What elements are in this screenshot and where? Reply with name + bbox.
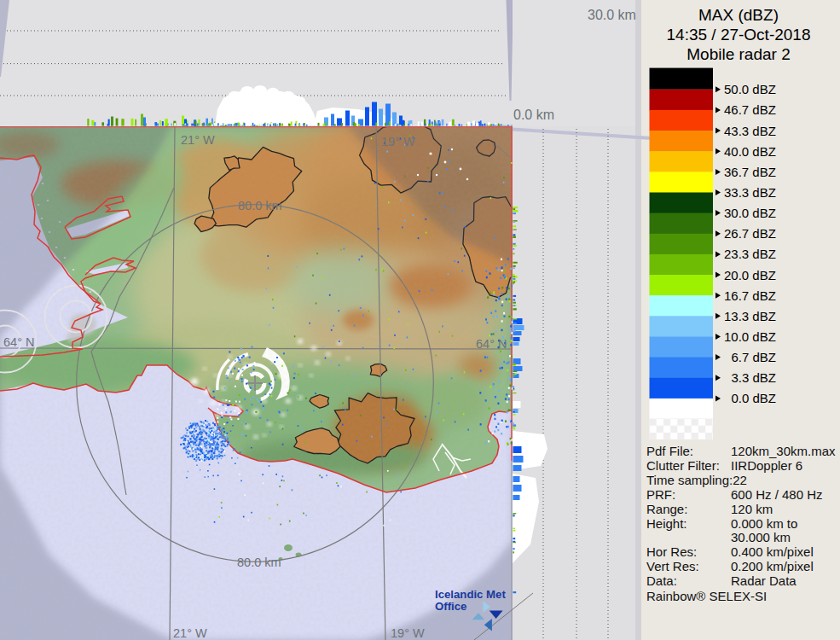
svg-text:Pdf File:: Pdf File: — [646, 444, 693, 458]
svg-text:Icelandic Met: Icelandic Met — [435, 588, 506, 601]
svg-text:120 km: 120 km — [731, 502, 773, 516]
svg-text:30.0 km: 30.0 km — [588, 8, 636, 22]
svg-text:21° W: 21° W — [173, 626, 207, 640]
svg-text:20.0 dBZ: 20.0 dBZ — [724, 268, 776, 282]
svg-text:46.7 dBZ: 46.7 dBZ — [724, 102, 776, 117]
svg-text:30.0 dBZ: 30.0 dBZ — [724, 206, 776, 220]
svg-text:19° W: 19° W — [391, 626, 425, 640]
svg-text:14:35 / 27-Oct-2018: 14:35 / 27-Oct-2018 — [667, 26, 811, 44]
svg-text:0.000 km to: 0.000 km to — [731, 516, 797, 531]
svg-text:40.0 dBZ: 40.0 dBZ — [724, 144, 776, 159]
svg-text:0.400 km/pixel: 0.400 km/pixel — [731, 544, 814, 559]
svg-text:IIRDoppler 6: IIRDoppler 6 — [731, 458, 802, 473]
svg-text:3.3 dBZ: 3.3 dBZ — [731, 370, 776, 385]
svg-text:600 Hz / 480 Hz: 600 Hz / 480 Hz — [731, 487, 823, 502]
svg-text:PRF:: PRF: — [646, 487, 675, 502]
svg-text:0.200 km/pixel: 0.200 km/pixel — [731, 559, 814, 573]
svg-text:Data:: Data: — [646, 573, 677, 588]
svg-text:Rainbow® SELEX-SI: Rainbow® SELEX-SI — [646, 589, 767, 603]
svg-text:Time sampling:22: Time sampling:22 — [646, 473, 747, 487]
svg-text:0.0 km: 0.0 km — [513, 108, 554, 122]
svg-text:Mobile radar 2: Mobile radar 2 — [686, 45, 790, 63]
svg-text:64° N: 64° N — [476, 337, 507, 351]
svg-text:19° W: 19° W — [381, 135, 415, 148]
svg-text:26.7 dBZ: 26.7 dBZ — [724, 226, 776, 241]
svg-text:64° N: 64° N — [3, 335, 34, 349]
svg-text:16.7 dBZ: 16.7 dBZ — [724, 288, 776, 303]
svg-text:13.3 dBZ: 13.3 dBZ — [724, 309, 776, 323]
svg-text:33.3 dBZ: 33.3 dBZ — [724, 185, 776, 200]
svg-text:Range:: Range: — [646, 502, 687, 516]
svg-text:50.0 dBZ: 50.0 dBZ — [724, 82, 776, 96]
svg-text:Office: Office — [435, 600, 466, 613]
svg-text:0.0 dBZ: 0.0 dBZ — [731, 391, 776, 405]
svg-text:Clutter Filter:: Clutter Filter: — [646, 458, 720, 473]
svg-text:6.7 dBZ: 6.7 dBZ — [731, 350, 776, 364]
svg-text:80.0 km: 80.0 km — [238, 199, 282, 212]
svg-text:36.7 dBZ: 36.7 dBZ — [724, 165, 776, 179]
svg-text:MAX (dBZ): MAX (dBZ) — [698, 6, 779, 24]
svg-text:Hor Res:: Hor Res: — [646, 544, 697, 559]
svg-text:Vert Res:: Vert Res: — [646, 559, 699, 573]
svg-text:Height:: Height: — [646, 516, 687, 531]
svg-text:10.0 dBZ: 10.0 dBZ — [724, 329, 776, 344]
svg-text:43.3 dBZ: 43.3 dBZ — [724, 124, 776, 138]
svg-text:120km_30km.max: 120km_30km.max — [731, 444, 836, 458]
svg-text:21° W: 21° W — [181, 133, 215, 147]
svg-text:23.3 dBZ: 23.3 dBZ — [724, 247, 776, 261]
svg-text:Radar Data: Radar Data — [731, 573, 797, 588]
svg-text:30.000 km: 30.000 km — [731, 530, 791, 544]
svg-text:80.0 km: 80.0 km — [237, 556, 281, 569]
